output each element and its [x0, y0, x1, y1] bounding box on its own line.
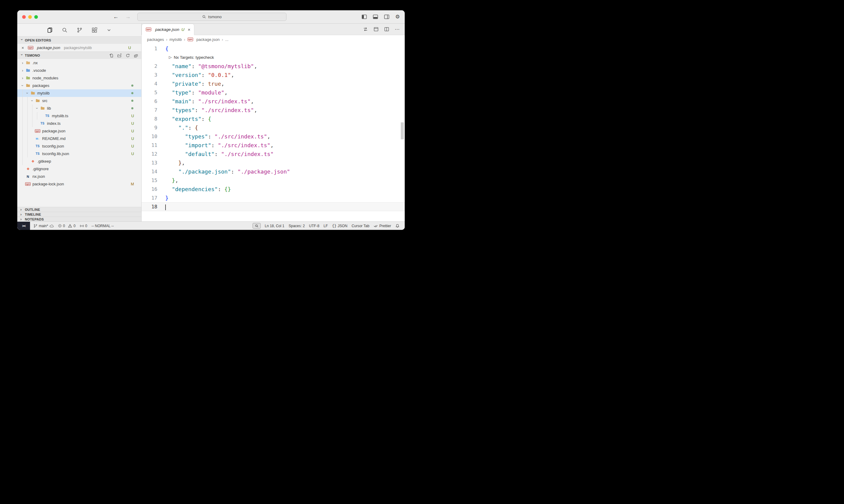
magnifier-status-button[interactable]: [253, 223, 261, 229]
tree-item-.gitignore[interactable]: ›.gitignore: [17, 165, 141, 173]
tree-item-lib[interactable]: ›lib: [17, 105, 141, 112]
close-tab-icon[interactable]: ×: [188, 27, 190, 32]
vim-mode-status[interactable]: -- NORMAL --: [89, 222, 116, 230]
command-center-search[interactable]: tsmono: [137, 13, 287, 21]
search-icon[interactable]: [62, 27, 68, 33]
branch-status[interactable]: main*: [31, 222, 56, 230]
tree-item-packages[interactable]: ›packages: [17, 82, 141, 89]
tree-item-.nx[interactable]: ›.nx: [17, 59, 141, 67]
code-line-13[interactable]: 13 },: [142, 158, 405, 167]
tree-item-index.ts[interactable]: ›TSindex.tsU: [17, 120, 141, 127]
code-line-7[interactable]: 7 "types": "./src/index.ts",: [142, 106, 405, 114]
code-line-10[interactable]: 10 "types": "./src/index.ts",: [142, 132, 405, 141]
tree-item-mytslib[interactable]: ›mytslib: [17, 89, 141, 97]
minimize-window-button[interactable]: [28, 15, 32, 19]
explorer-section-header[interactable]: › TSMONO: [17, 52, 141, 59]
more-actions-icon[interactable]: ⋯: [395, 26, 400, 32]
file-explorer-icon[interactable]: [47, 27, 53, 33]
code-line-15[interactable]: 15 },: [142, 176, 405, 185]
code-line-1[interactable]: 1{: [142, 44, 405, 53]
tree-item-label: .nx: [32, 60, 38, 65]
outline-section-header[interactable]: › OUTLINE: [17, 207, 141, 212]
code-line-12[interactable]: 12 "default": "./src/index.ts": [142, 150, 405, 158]
encoding-status[interactable]: UTF-8: [307, 222, 321, 230]
run-target-icon[interactable]: ▷: [169, 53, 172, 62]
code-line-11[interactable]: 11 "import": "./src/index.ts",: [142, 141, 405, 150]
tree-item-.vscode[interactable]: ›.vscode: [17, 67, 141, 74]
chevron-right-icon: ›: [20, 217, 23, 221]
cursor-tab-status[interactable]: Cursor Tab: [349, 222, 372, 230]
vscode-window: ← → tsmono ⚙: [17, 10, 405, 230]
timeline-section-header[interactable]: › TIMELINE: [17, 212, 141, 217]
refresh-icon[interactable]: [125, 53, 130, 58]
language-mode-status[interactable]: {} JSON: [330, 222, 349, 230]
collapse-all-icon[interactable]: [134, 53, 138, 58]
chevron-down-icon: ›: [20, 54, 24, 57]
remote-indicator[interactable]: ><: [17, 222, 30, 230]
code-line-3[interactable]: 3 "version": "0.0.1",: [142, 71, 405, 79]
status-bar: >< main* 0: [17, 221, 405, 230]
source-control-icon[interactable]: [77, 27, 83, 33]
ports-status[interactable]: 0: [77, 222, 89, 230]
code-line-9[interactable]: 9 ".": {: [142, 123, 405, 132]
notepads-section-header[interactable]: › NOTEPADS: [17, 217, 141, 221]
codelens-row[interactable]: ▷Nx Targets: typecheck: [142, 53, 405, 62]
breadcrumb-item-package.json[interactable]: npmpackage.json: [187, 37, 220, 42]
customize-layout-icon[interactable]: [374, 26, 379, 32]
tab-package-json[interactable]: npm package.json U ×: [142, 24, 194, 35]
tree-item-tsconfig.json[interactable]: ›TStsconfig.jsonU: [17, 142, 141, 150]
close-window-button[interactable]: [22, 15, 26, 19]
editor-scrollbar[interactable]: [401, 122, 404, 139]
cursor-position-status[interactable]: Ln 18, Col 1: [262, 222, 287, 230]
open-editors-header[interactable]: › OPEN EDITORS: [17, 36, 141, 44]
tree-item-src[interactable]: ›src: [17, 97, 141, 105]
code-line-2[interactable]: 2 "name": "@tsmono/mytslib",: [142, 62, 405, 71]
breadcrumb-item-packages[interactable]: packages: [147, 37, 164, 42]
code-line-8[interactable]: 8 "exports": {: [142, 114, 405, 123]
extensions-icon[interactable]: [91, 27, 97, 33]
compare-changes-icon[interactable]: [363, 26, 368, 32]
code-line-5[interactable]: 5 "type": "module",: [142, 88, 405, 97]
toggle-panel-icon[interactable]: [373, 15, 378, 19]
eol-status[interactable]: LF: [321, 222, 330, 230]
navigate-forward-icon[interactable]: →: [125, 14, 131, 20]
code-line-6[interactable]: 6 "main": "./src/index.ts",: [142, 97, 405, 106]
split-editor-icon[interactable]: [384, 26, 389, 32]
chevron-right-icon: ›: [20, 207, 23, 212]
new-file-icon[interactable]: [109, 53, 114, 58]
breadcrumb-item-mytslib[interactable]: mytslib: [170, 37, 182, 42]
formatter-status[interactable]: Prettier: [372, 222, 393, 230]
tree-item-package.json[interactable]: ›npmpackage.jsonU: [17, 127, 141, 135]
notifications-bell-icon[interactable]: [393, 222, 402, 230]
tree-item-mytslib.ts[interactable]: ›TSmytslib.tsU: [17, 112, 141, 120]
toggle-secondary-sidebar-icon[interactable]: [384, 15, 389, 19]
tree-item-node_modules[interactable]: ›node_modules: [17, 74, 141, 82]
code-line-14[interactable]: 14 "./package.json": "./package.json": [142, 167, 405, 176]
breadcrumb-item-...[interactable]: ...: [225, 37, 228, 42]
code-text: },: [165, 176, 178, 185]
problems-status[interactable]: 0 0: [56, 222, 77, 230]
zoom-window-button[interactable]: [34, 15, 38, 19]
indentation-status[interactable]: Spaces: 2: [287, 222, 307, 230]
tree-item-tsconfig.lib.json[interactable]: ›TStsconfig.lib.jsonU: [17, 150, 141, 158]
close-editor-icon[interactable]: ×: [21, 46, 26, 50]
code-line-18[interactable]: 18: [142, 202, 405, 211]
new-folder-icon[interactable]: [117, 53, 122, 58]
indent-guide: [25, 142, 30, 150]
code-editor[interactable]: 1{▷Nx Targets: typecheck2 "name": "@tsmo…: [142, 43, 405, 221]
navigate-back-icon[interactable]: ←: [113, 14, 119, 20]
chevron-down-icon[interactable]: [106, 28, 111, 33]
code-line-17[interactable]: 17}: [142, 194, 405, 202]
settings-gear-icon[interactable]: ⚙: [395, 14, 400, 19]
indent-guide: [20, 127, 25, 135]
tree-item-.gitkeep[interactable]: ›.gitkeep: [17, 158, 141, 165]
tree-item-nx.json[interactable]: ›Nnx.json: [17, 173, 141, 180]
code-line-4[interactable]: 4 "private": true,: [142, 79, 405, 88]
tree-item-package-lock.json[interactable]: ›npmpackage-lock.jsonM: [17, 180, 141, 188]
toggle-primary-sidebar-icon[interactable]: [362, 15, 367, 19]
untracked-badge: U: [128, 46, 131, 50]
tree-item-label: mytslib: [37, 91, 49, 95]
code-line-16[interactable]: 16 "dependencies": {}: [142, 185, 405, 194]
tree-item-README.md[interactable]: ›M↓README.mdU: [17, 135, 141, 142]
open-editor-item[interactable]: × npm package.json packages/mytslib U: [17, 44, 141, 52]
